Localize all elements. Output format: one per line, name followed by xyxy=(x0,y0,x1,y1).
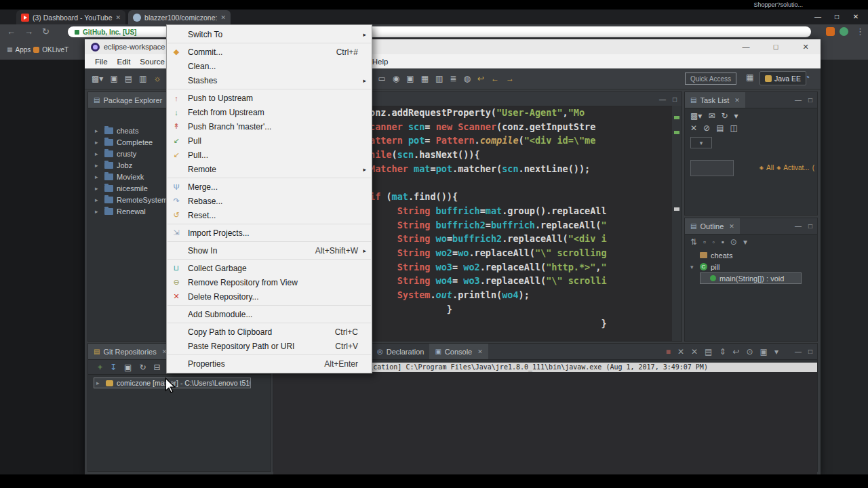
refresh-icon[interactable]: ↻ xyxy=(139,363,146,372)
back-icon[interactable]: ← xyxy=(7,26,16,37)
no-category-icon[interactable]: ⊘ xyxy=(703,123,710,133)
tab-outline[interactable]: ▤ Outline ✕ xyxy=(685,218,740,234)
menu-item[interactable]: ✕Delete Repository... xyxy=(167,289,372,304)
forward-icon[interactable]: → xyxy=(24,26,33,37)
tab-close-icon[interactable]: ✕ xyxy=(220,14,226,21)
tree-expanded-icon[interactable]: ▾ xyxy=(690,264,696,270)
minimize-icon[interactable]: — xyxy=(795,348,802,355)
menu-item[interactable]: Copy Path to ClipboardCtrl+C xyxy=(167,325,372,339)
menubar-item-source[interactable]: Source xyxy=(135,58,169,66)
print-icon[interactable]: ▥ xyxy=(139,74,146,83)
maximize-icon[interactable]: □ xyxy=(808,348,812,355)
tree-collapsed-icon[interactable]: ▸ xyxy=(95,139,101,146)
back-history-icon[interactable]: ← xyxy=(491,74,499,83)
menu-item[interactable]: PropertiesAlt+Enter xyxy=(167,357,372,371)
tree-view-icon[interactable]: ≣ xyxy=(450,74,456,83)
menu-item[interactable]: ↷Rebase... xyxy=(167,194,372,208)
menu-item[interactable]: Remote▸ xyxy=(167,162,372,176)
sync-icon[interactable]: ↻ xyxy=(721,111,728,121)
collapse-all-icon[interactable]: ⊟ xyxy=(153,363,160,372)
close-icon[interactable]: ✕ xyxy=(734,97,740,104)
create-repository-icon[interactable]: ▣ xyxy=(124,363,132,372)
remove-launch-icon[interactable]: ✕ xyxy=(677,347,684,357)
tab-close-icon[interactable]: ✕ xyxy=(116,14,121,21)
debug-icon[interactable]: ☼ xyxy=(153,74,161,83)
minimize-icon[interactable]: — xyxy=(808,9,827,24)
save-all-icon[interactable]: ▤ xyxy=(125,74,132,83)
focus-icon[interactable]: ◫ xyxy=(730,123,737,133)
bookmark-item[interactable]: OKLiveT xyxy=(42,46,68,54)
menu-item[interactable]: ⊔Collect Garbage xyxy=(167,261,372,275)
view-menu-icon[interactable]: ▾ xyxy=(734,111,738,121)
tasklist-link[interactable]: All xyxy=(766,164,774,171)
minimize-icon[interactable]: — xyxy=(659,96,666,103)
tree-collapsed-icon[interactable]: ▸ xyxy=(95,185,101,192)
clone-repository-icon[interactable]: ↧ xyxy=(110,363,117,372)
bookmarks-apps-label[interactable]: Apps xyxy=(16,46,31,54)
menubar-item-file[interactable]: File xyxy=(90,58,113,66)
panel-view-icon[interactable]: ▥ xyxy=(435,74,443,83)
terminate-icon[interactable]: ■ xyxy=(666,347,671,357)
add-repository-icon[interactable]: + xyxy=(98,363,102,372)
apps-grid-icon[interactable]: ▦ xyxy=(7,46,13,53)
quick-access-box[interactable]: Quick Access xyxy=(685,73,736,85)
filter-icon[interactable]: ◍ xyxy=(463,74,470,83)
menubar-item-edit[interactable]: Edit xyxy=(113,58,136,66)
hide-fields-icon[interactable]: ▫ xyxy=(703,237,706,247)
menu-item[interactable]: Paste Repository Path or URICtrl+V xyxy=(167,339,372,353)
browser-tab[interactable]: (3) Dashboard - YouTube✕ xyxy=(16,10,125,24)
browser-tab[interactable]: blazzer100/comiczone:✕ xyxy=(128,10,231,24)
minimize-icon[interactable]: — xyxy=(731,39,761,54)
tasklist-link[interactable]: Activat... xyxy=(783,164,809,171)
open-perspective-icon[interactable]: ▦ xyxy=(746,73,753,82)
sort-icon[interactable]: ⇅ xyxy=(690,237,697,247)
tree-collapsed-icon[interactable]: ▸ xyxy=(95,162,101,169)
menu-item[interactable]: ↙Pull... xyxy=(167,148,372,162)
menu-item[interactable]: ↟Push Branch 'master'... xyxy=(167,119,372,134)
last-edit-icon[interactable]: ↩ xyxy=(477,74,484,83)
view-menu-icon[interactable]: ▾ xyxy=(743,237,747,247)
windows-taskbar[interactable] xyxy=(0,474,868,488)
minimize-icon[interactable]: — xyxy=(795,96,802,104)
clear-console-icon[interactable]: ▤ xyxy=(705,347,712,357)
hide-nonpublic-icon[interactable]: ▪ xyxy=(722,237,724,247)
menu-item[interactable]: Add Submodule... xyxy=(167,307,372,321)
table-icon[interactable]: ▦ xyxy=(421,74,429,83)
outline-item[interactable]: cheats xyxy=(690,249,817,261)
close-icon[interactable]: ✕ xyxy=(846,9,865,24)
outline-tree[interactable]: cheats▾Cpillmain(String[]) : void xyxy=(685,247,817,284)
scroll-lock-icon[interactable]: ⇕ xyxy=(719,347,726,357)
reload-icon[interactable]: ↻ xyxy=(42,26,50,37)
mail-icon[interactable]: ✉ xyxy=(708,111,715,121)
menu-item[interactable]: Switch To▸ xyxy=(167,27,372,41)
extension-icon-1[interactable] xyxy=(826,27,835,36)
console-output[interactable]: [Java Application] C:\Program Files\Java… xyxy=(273,363,817,474)
tree-collapsed-icon[interactable]: ▸ xyxy=(95,150,101,157)
new-wizard-icon[interactable]: ▩▾ xyxy=(92,74,103,83)
minimize-icon[interactable]: — xyxy=(795,222,802,230)
menu-item[interactable]: Show InAlt+Shift+W▸ xyxy=(167,243,372,258)
menu-item[interactable]: ⊖Remove Repository from View xyxy=(167,275,372,289)
maximize-icon[interactable]: □ xyxy=(761,39,791,54)
remove-all-launches-icon[interactable]: ✕ xyxy=(691,347,698,357)
extension-icon-2[interactable] xyxy=(840,27,848,36)
close-icon[interactable]: ✕ xyxy=(729,223,734,230)
task-filter-combo[interactable]: ▾ xyxy=(690,137,712,148)
tab-package-explorer[interactable]: ▤ Package Explorer xyxy=(88,92,167,108)
outline-item[interactable]: ▾Cpill xyxy=(690,261,817,272)
menu-item[interactable]: Clean... xyxy=(167,59,372,73)
new-task-icon[interactable]: ▩▾ xyxy=(690,111,702,121)
mark-occurrences-icon[interactable]: ▣ xyxy=(406,74,414,83)
menu-item[interactable]: ↺Reset... xyxy=(167,208,372,222)
link-with-editor-icon[interactable]: ⊙ xyxy=(730,237,737,247)
close-icon[interactable]: ✕ xyxy=(477,348,483,355)
menu-item[interactable]: ◆Commit...Ctrl+# xyxy=(167,45,372,59)
menu-item[interactable]: Stashes▸ xyxy=(167,73,372,87)
save-icon[interactable]: ▣ xyxy=(110,74,117,83)
perspective-java-ee-button[interactable]: Java EE xyxy=(760,71,806,85)
maximize-icon[interactable]: □ xyxy=(673,96,677,103)
group-by-icon[interactable]: ▤ xyxy=(716,123,724,133)
tree-collapsed-icon[interactable]: ▸ xyxy=(95,197,101,203)
tab-git-repositories[interactable]: ▤ Git Repositories ✕ xyxy=(88,344,172,359)
close-icon[interactable]: ✕ xyxy=(791,39,821,54)
